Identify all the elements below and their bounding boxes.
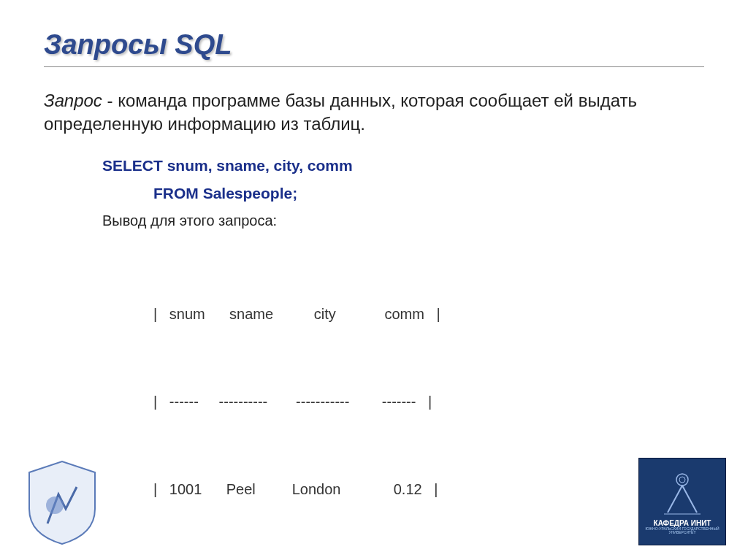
svg-point-2	[679, 477, 685, 483]
title-underline	[44, 66, 704, 67]
svg-line-4	[682, 486, 697, 513]
svg-point-0	[46, 496, 64, 514]
svg-point-1	[676, 474, 688, 486]
sql-select-line: SELECT snum, sname, city, comm	[102, 157, 704, 174]
slide: Запросы SQL Запрос - команда программе б…	[0, 0, 748, 560]
description-rest: - команда программе базы данных, которая…	[44, 91, 637, 134]
description-term: Запрос	[44, 91, 102, 110]
logo-right-sub: ЮЖНО-УРАЛЬСКИЙ ГОСУДАРСТВЕННЫЙ УНИВЕРСИТ…	[639, 527, 725, 535]
table-row: | 1001 Peel London 0.12 |	[153, 475, 704, 504]
svg-line-3	[668, 486, 682, 513]
university-logo-left	[22, 458, 102, 545]
description: Запрос - команда программе базы данных, …	[44, 89, 704, 137]
output-label: Вывод для этого запроса:	[102, 212, 704, 229]
shield-logo-icon	[22, 458, 102, 545]
table-header: | snum sname city comm |	[153, 299, 704, 329]
sql-block: SELECT snum, sname, city, comm FROM Sale…	[102, 157, 704, 560]
sql-from-line: FROM Salespeople;	[153, 185, 704, 202]
compass-icon	[657, 469, 708, 516]
department-logo-right: КАФЕДРА ИНИТ ЮЖНО-УРАЛЬСКИЙ ГОСУДАРСТВЕН…	[638, 458, 726, 545]
logo-right-label: КАФЕДРА ИНИТ	[654, 519, 711, 527]
output-table: | snum sname city comm | | ------ ------…	[153, 241, 704, 560]
slide-title: Запросы SQL	[44, 29, 704, 61]
table-separator: | ------ ---------- ----------- ------- …	[153, 387, 704, 416]
